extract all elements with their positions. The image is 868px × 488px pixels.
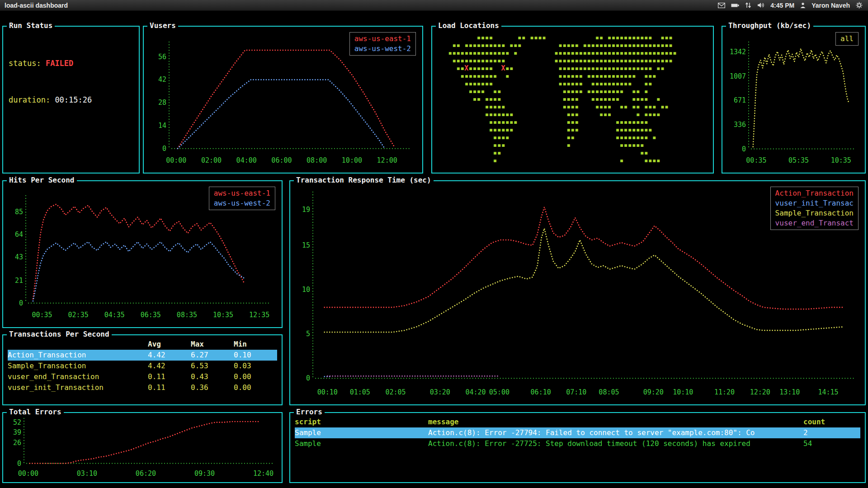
cell: 0.10	[234, 350, 277, 361]
cell: 0.36	[191, 382, 234, 393]
load-location-marker: X	[501, 64, 505, 72]
panel-title: Transactions Per Second	[7, 330, 112, 338]
svg-text:10:35: 10:35	[213, 311, 233, 319]
cell: message	[428, 417, 803, 427]
svg-text:39: 39	[13, 428, 21, 436]
cell: Sample	[295, 438, 428, 449]
svg-text:12:40: 12:40	[253, 469, 274, 478]
svg-text:00:35: 00:35	[32, 311, 52, 319]
throughput-legend: all	[835, 32, 859, 46]
svg-text:08:35: 08:35	[177, 311, 197, 319]
cell: script	[295, 417, 428, 427]
cell: Min	[234, 339, 277, 350]
svg-text:0: 0	[162, 145, 166, 153]
cell: 0.00	[234, 382, 277, 393]
svg-text:0: 0	[17, 460, 21, 468]
error-row[interactable]: SampleAction.c(8): Error -27794: Failed …	[295, 427, 860, 438]
svg-text:10: 10	[302, 286, 310, 294]
legend-entry: all	[840, 34, 854, 44]
total_errors-plot: 026395200:0003:1006:2009:3012:40	[3, 413, 282, 482]
hits-per-second-panel: Hits Per Second 02143648500:3502:3504:35…	[2, 180, 283, 328]
cell: 0.03	[234, 361, 277, 371]
tps-row[interactable]: Action_Transaction4.426.270.10	[8, 350, 277, 361]
svg-text:04:00: 04:00	[236, 156, 257, 164]
cell: 4.42	[148, 361, 191, 371]
volume-icon[interactable]	[757, 2, 764, 8]
svg-text:06:35: 06:35	[141, 311, 161, 319]
svg-text:06:10: 06:10	[531, 388, 551, 396]
cell: 54	[803, 438, 860, 449]
cell: 0.11	[148, 371, 191, 382]
svg-text:09:20: 09:20	[643, 388, 664, 396]
cell: vuser_end_Transaction	[8, 371, 148, 382]
svg-text:12:00: 12:00	[377, 156, 397, 164]
cell: Action_Transaction	[8, 350, 148, 361]
cell: Sample_Transaction	[8, 361, 148, 371]
svg-text:07:10: 07:10	[566, 388, 586, 396]
svg-text:02:05: 02:05	[385, 388, 406, 396]
svg-text:06:20: 06:20	[136, 469, 156, 478]
errors-table: scriptmessagecountSampleAction.c(8): Err…	[295, 417, 860, 449]
svg-text:1007: 1007	[730, 72, 746, 80]
cell	[8, 339, 148, 350]
battery-icon[interactable]	[731, 3, 739, 8]
svg-text:52: 52	[13, 418, 21, 427]
vusers-panel: Vusers 01428425600:0002:0004:0006:0008:0…	[143, 26, 423, 174]
svg-text:10:35: 10:35	[831, 156, 851, 164]
svg-text:21: 21	[15, 277, 23, 285]
status-line: status: FAILED	[9, 57, 133, 70]
svg-text:01:05: 01:05	[350, 388, 370, 396]
tps-row[interactable]: vuser_init_Transaction0.110.360.00	[8, 382, 277, 393]
tps-row[interactable]: vuser_end_Transaction0.110.430.00	[8, 371, 277, 382]
svg-text:28: 28	[158, 99, 166, 107]
user-icon	[800, 2, 806, 8]
load-locations-panel: Load Locations ▪▪▪▪ ▪▪ ▪▪▪▪ ▪▪ ▪▪▪▪▪▪▪▪▪…	[431, 26, 714, 174]
svg-text:02:35: 02:35	[68, 311, 89, 319]
svg-text:5: 5	[306, 330, 310, 338]
svg-text:08:00: 08:00	[307, 156, 327, 164]
svg-text:56: 56	[158, 53, 166, 61]
cell: Sample	[295, 427, 428, 438]
svg-text:14: 14	[158, 122, 166, 130]
svg-text:19: 19	[302, 206, 310, 214]
svg-text:05:00: 05:00	[489, 388, 509, 396]
svg-text:06:00: 06:00	[271, 156, 292, 164]
error-row[interactable]: SampleAction.c(8): Error -27725: Step do…	[295, 438, 860, 449]
cell: Max	[191, 339, 234, 350]
transaction-response-time-panel: Transaction Response Time (sec) 05101519…	[289, 180, 866, 405]
svg-text:43: 43	[15, 253, 23, 261]
cell: 2	[803, 427, 860, 438]
cell: 4.42	[148, 350, 191, 361]
tps-row[interactable]: Sample_Transaction4.426.530.03	[8, 361, 277, 371]
network-arrows-icon[interactable]	[745, 2, 751, 8]
legend-entry: Action_Transaction	[775, 188, 854, 198]
duration-line: duration: 00:15:26	[9, 94, 133, 106]
svg-text:00:00: 00:00	[166, 156, 186, 164]
svg-text:05:35: 05:35	[788, 156, 809, 164]
svg-text:00:35: 00:35	[746, 156, 766, 164]
transactions-per-second-panel: Transactions Per Second AvgMaxMinAction_…	[2, 334, 283, 405]
cell: 0.00	[234, 371, 277, 382]
cell: 6.27	[191, 350, 234, 361]
svg-text:42: 42	[158, 75, 166, 84]
gear-icon[interactable]	[856, 2, 863, 9]
svg-text:1342: 1342	[730, 48, 746, 56]
errors-header: scriptmessagecount	[295, 417, 860, 427]
cell: count	[803, 417, 860, 427]
legend-entry: aws-us-west-2	[214, 198, 270, 208]
system-top-bar: load-ascii dashboard 4:45 PM Yaron Naveh	[0, 0, 868, 11]
svg-text:0: 0	[306, 374, 310, 382]
user-menu[interactable]: Yaron Naveh	[811, 2, 850, 9]
duration-label: duration:	[9, 95, 50, 104]
legend-entry: vuser_init_Transac	[775, 198, 854, 208]
svg-text:03:10: 03:10	[77, 469, 97, 478]
tps-table: AvgMaxMinAction_Transaction4.426.270.10S…	[8, 339, 277, 393]
panel-title: Load Locations	[436, 21, 501, 30]
svg-text:26: 26	[13, 439, 21, 447]
svg-text:02:00: 02:00	[201, 156, 222, 164]
vusers-legend: aws-us-east-1aws-us-west-2	[349, 32, 416, 56]
svg-text:0: 0	[742, 145, 746, 153]
throughput-panel: Throughput (kb/sec) 03366711007134200:35…	[722, 26, 866, 174]
mail-icon[interactable]	[718, 3, 725, 8]
run-status-panel: Run Status status: FAILED duration: 00:1…	[2, 26, 140, 174]
